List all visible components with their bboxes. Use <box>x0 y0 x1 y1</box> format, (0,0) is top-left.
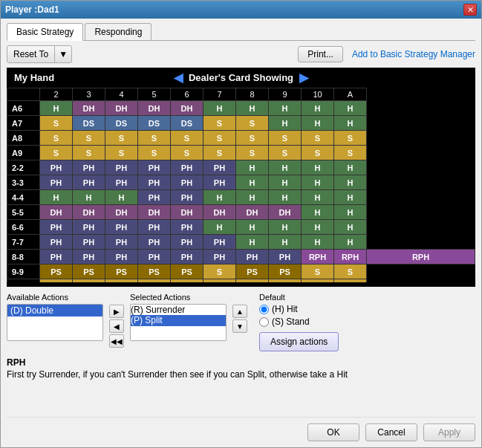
cell-A7-col9[interactable]: H <box>334 116 367 131</box>
reset-to-button[interactable]: Reset To ▼ <box>7 45 72 63</box>
cell-5-5-col1[interactable]: DH <box>73 205 105 220</box>
cell-9-9-col2[interactable]: PS <box>105 264 138 279</box>
cell-10-10-col7[interactable]: S <box>269 279 302 283</box>
cell-9-9-col5[interactable]: S <box>203 264 236 279</box>
cell-9-9-col6[interactable]: PS <box>236 264 269 279</box>
cell-3-3-col9[interactable]: H <box>334 175 367 190</box>
cell-10-10-col3[interactable]: S <box>138 279 171 283</box>
grid-wrapper[interactable]: 2 3 4 5 6 7 8 9 10 A A6HDHDHD <box>7 88 475 282</box>
apply-button[interactable]: Apply <box>423 423 475 441</box>
cell-7-7-col4[interactable]: PH <box>171 235 203 250</box>
cell-A9-col3[interactable]: S <box>138 146 171 160</box>
cell-A6-col9[interactable]: H <box>334 101 367 116</box>
cell-4-4-col4[interactable]: PH <box>171 190 203 205</box>
cell-A8-col0[interactable]: S <box>40 131 73 146</box>
cell-5-5-col9[interactable]: H <box>334 205 367 220</box>
cell-2-2-col8[interactable]: H <box>302 160 334 175</box>
cell-7-7-col3[interactable]: PH <box>138 235 171 250</box>
cell-A7-col2[interactable]: DS <box>105 116 138 131</box>
cell-10-10-col9[interactable]: S <box>334 279 367 283</box>
cell-6-6-col2[interactable]: PH <box>105 220 138 235</box>
selected-actions-list[interactable]: (R) Surrender (P) Split <box>130 304 227 341</box>
cell-2-2-col3[interactable]: PH <box>138 160 171 175</box>
cell-A8-col4[interactable]: S <box>171 131 203 146</box>
cell-8-8-col10[interactable]: RPH <box>367 250 475 264</box>
cell-3-3-col6[interactable]: H <box>236 175 269 190</box>
cell-9-9-col9[interactable]: S <box>334 264 367 279</box>
cancel-button[interactable]: Cancel <box>365 423 417 441</box>
cell-4-4-col8[interactable]: H <box>302 190 334 205</box>
tab-responding[interactable]: Responding <box>85 23 152 40</box>
cell-A6-col3[interactable]: DH <box>138 101 171 116</box>
cell-6-6-col5[interactable]: H <box>203 220 236 235</box>
cell-2-2-col4[interactable]: PH <box>171 160 203 175</box>
cell-7-7-col5[interactable]: PH <box>203 235 236 250</box>
cell-A9-col9[interactable]: S <box>334 146 367 160</box>
cell-9-9-col4[interactable]: PS <box>171 264 203 279</box>
selected-action-split[interactable]: (P) Split <box>131 315 226 325</box>
cell-A8-col1[interactable]: S <box>73 131 105 146</box>
cell-7-7-col2[interactable]: PH <box>105 235 138 250</box>
cell-4-4-col1[interactable]: H <box>73 190 105 205</box>
cell-4-4-col5[interactable]: H <box>203 190 236 205</box>
cell-5-5-col0[interactable]: DH <box>40 205 73 220</box>
cell-A6-col2[interactable]: DH <box>105 101 138 116</box>
cell-A7-col6[interactable]: S <box>236 116 269 131</box>
cell-4-4-col0[interactable]: H <box>40 190 73 205</box>
cell-A7-col4[interactable]: DS <box>171 116 203 131</box>
cell-4-4-col9[interactable]: H <box>334 190 367 205</box>
cell-8-8-col9[interactable]: RPH <box>334 250 367 264</box>
cell-4-4-col3[interactable]: PH <box>138 190 171 205</box>
move-down-button[interactable]: ▼ <box>232 319 247 333</box>
cell-A8-col7[interactable]: S <box>269 131 302 146</box>
cell-5-5-col2[interactable]: DH <box>105 205 138 220</box>
cell-10-10-col5[interactable]: S <box>203 279 236 283</box>
cell-3-3-col4[interactable]: PH <box>171 175 203 190</box>
reset-dropdown-arrow[interactable]: ▼ <box>54 46 71 62</box>
available-actions-list[interactable]: (D) Double <box>7 304 103 341</box>
cell-3-3-col3[interactable]: PH <box>138 175 171 190</box>
cell-A9-col2[interactable]: S <box>105 146 138 160</box>
cell-A6-col4[interactable]: DH <box>171 101 203 116</box>
cell-7-7-col0[interactable]: PH <box>40 235 73 250</box>
cell-10-10-col6[interactable]: S <box>236 279 269 283</box>
cell-8-8-col4[interactable]: PH <box>171 250 203 264</box>
cell-10-10-col4[interactable]: S <box>171 279 203 283</box>
cell-5-5-col5[interactable]: DH <box>203 205 236 220</box>
cell-A8-col9[interactable]: S <box>334 131 367 146</box>
cell-A8-col3[interactable]: S <box>138 131 171 146</box>
cell-6-6-col8[interactable]: H <box>302 220 334 235</box>
cell-3-3-col5[interactable]: PH <box>203 175 236 190</box>
cell-3-3-col7[interactable]: H <box>269 175 302 190</box>
cell-A6-col1[interactable]: DH <box>73 101 105 116</box>
cell-3-3-col1[interactable]: PH <box>73 175 105 190</box>
cell-9-9-col1[interactable]: PS <box>73 264 105 279</box>
cell-7-7-col6[interactable]: H <box>236 235 269 250</box>
cell-A6-col0[interactable]: H <box>40 101 73 116</box>
cell-5-5-col6[interactable]: DH <box>236 205 269 220</box>
cell-A8-col6[interactable]: S <box>236 131 269 146</box>
assign-actions-button[interactable]: Assign actions <box>259 332 339 351</box>
tab-basic-strategy[interactable]: Basic Strategy <box>7 23 83 41</box>
cell-9-9-col7[interactable]: PS <box>269 264 302 279</box>
cell-A9-col4[interactable]: S <box>171 146 203 160</box>
cell-A6-col6[interactable]: H <box>236 101 269 116</box>
cell-8-8-col3[interactable]: PH <box>138 250 171 264</box>
cell-8-8-col6[interactable]: PH <box>236 250 269 264</box>
cell-10-10-col8[interactable]: S <box>302 279 334 283</box>
cell-8-8-col0[interactable]: PH <box>40 250 73 264</box>
cell-7-7-col8[interactable]: H <box>302 235 334 250</box>
move-up-button[interactable]: ▲ <box>232 305 247 318</box>
cell-8-8-col7[interactable]: PH <box>269 250 302 264</box>
radio-hit[interactable] <box>259 305 269 314</box>
cell-8-8-col8[interactable]: RPH <box>302 250 334 264</box>
cell-4-4-col6[interactable]: H <box>236 190 269 205</box>
cell-A9-col1[interactable]: S <box>73 146 105 160</box>
cell-8-8-col5[interactable]: PH <box>203 250 236 264</box>
cell-A9-col8[interactable]: S <box>302 146 334 160</box>
cell-A6-col8[interactable]: H <box>302 101 334 116</box>
cell-5-5-col8[interactable]: H <box>302 205 334 220</box>
print-button[interactable]: Print... <box>298 46 343 62</box>
cell-2-2-col1[interactable]: PH <box>73 160 105 175</box>
cell-9-9-col3[interactable]: PS <box>138 264 171 279</box>
